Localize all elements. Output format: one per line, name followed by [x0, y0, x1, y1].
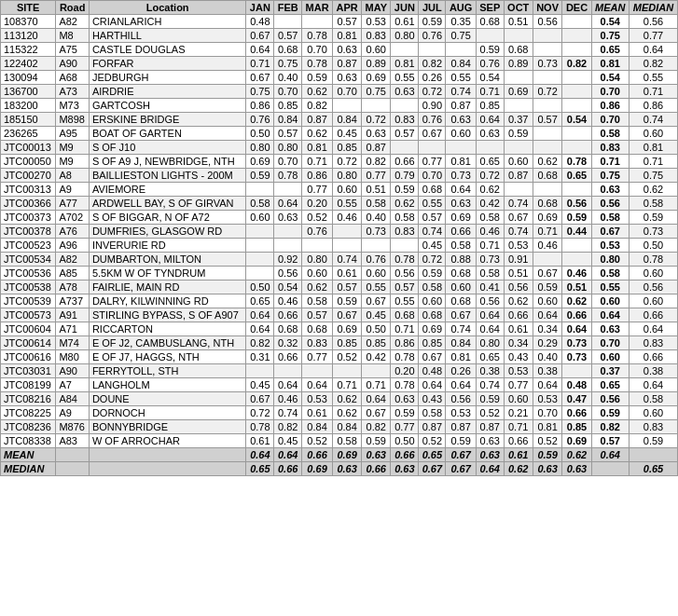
table-cell: 0.82 [302, 99, 333, 113]
table-cell: 0.54 [476, 71, 504, 85]
table-cell: 0.72 [362, 113, 391, 127]
table-cell: JTC08216 [1, 392, 56, 406]
table-cell: 0.62 [562, 294, 591, 308]
table-cell: 0.53 [446, 406, 476, 420]
table-cell: 0.64 [246, 308, 274, 322]
table-cell: 0.64 [533, 308, 562, 322]
table-cell: LANGHOLM [89, 378, 246, 392]
table-cell: 0.53 [533, 392, 562, 406]
table-cell: 0.54 [274, 281, 302, 294]
table-cell: 0.64 [591, 308, 630, 322]
table-cell [89, 462, 246, 476]
table-cell: M898 [56, 113, 90, 127]
table-cell: 0.60 [533, 294, 562, 308]
table-cell: 0.74 [504, 225, 533, 239]
table-cell: 0.45 [362, 308, 391, 322]
table-cell: 0.53 [591, 239, 630, 253]
table-cell: 0.65 [630, 462, 678, 476]
table-cell: 0.38 [476, 364, 504, 378]
table-cell: 0.53 [504, 239, 533, 253]
table-cell: 0.66 [274, 350, 302, 364]
col-header-jul: JUL [419, 1, 446, 15]
table-cell: 0.63 [446, 113, 476, 127]
table-cell: 0.54 [591, 71, 630, 85]
table-cell: DUMFRIES, GLASGOW RD [89, 225, 246, 239]
table-cell [591, 462, 630, 476]
table-cell: 0.69 [333, 322, 362, 336]
table-cell: 0.77 [630, 29, 678, 43]
table-cell: MEAN [1, 448, 56, 462]
table-cell: 0.83 [362, 29, 391, 43]
table-cell: 0.67 [362, 406, 391, 420]
table-cell: 0.66 [630, 308, 678, 322]
table-cell: 0.70 [591, 113, 630, 127]
table-cell: 0.75 [246, 85, 274, 99]
table-cell: 0.62 [333, 392, 362, 406]
table-cell: 0.75 [591, 169, 630, 183]
table-cell: 0.76 [419, 113, 446, 127]
table-cell: 0.87 [446, 420, 476, 434]
table-cell [246, 364, 274, 378]
table-cell [562, 253, 591, 267]
table-cell: 0.82 [630, 57, 678, 71]
table-cell: 0.71 [630, 85, 678, 99]
table-cell: 0.92 [274, 253, 302, 267]
table-cell: JTC00538 [1, 281, 56, 294]
table-cell: 0.58 [630, 392, 678, 406]
table-cell: 0.60 [591, 350, 630, 364]
col-header-mar: MAR [302, 1, 333, 15]
table-cell: 0.59 [630, 211, 678, 225]
table-cell: 0.57 [333, 15, 362, 29]
table-cell: 0.83 [630, 336, 678, 350]
table-cell: A91 [56, 308, 90, 322]
table-cell: 0.67 [246, 392, 274, 406]
table-cell: 0.86 [591, 99, 630, 113]
table-cell: 0.65 [246, 294, 274, 308]
table-cell: JTC00536 [1, 267, 56, 281]
table-cell: 0.67 [333, 308, 362, 322]
table-cell: JTC00373 [1, 211, 56, 225]
table-cell: 0.45 [274, 434, 302, 448]
table-cell: 0.66 [504, 434, 533, 448]
table-cell: 0.80 [302, 253, 333, 267]
table-cell: 0.66 [391, 448, 419, 462]
table-cell: 0.58 [333, 434, 362, 448]
table-cell: 0.74 [504, 197, 533, 211]
table-cell: 0.58 [419, 281, 446, 294]
table-cell: 0.37 [504, 113, 533, 127]
table-cell: 0.60 [362, 267, 391, 281]
table-cell: 0.82 [274, 420, 302, 434]
table-cell: 0.71 [333, 378, 362, 392]
table-cell: 0.80 [391, 29, 419, 43]
table-cell: 113120 [1, 29, 56, 43]
table-cell: JTC00270 [1, 169, 56, 183]
table-cell [562, 15, 591, 29]
table-cell: FORFAR [89, 57, 246, 71]
table-cell: 0.67 [446, 448, 476, 462]
table-cell: 0.55 [446, 71, 476, 85]
table-cell: 0.21 [504, 406, 533, 420]
table-cell: M73 [56, 99, 90, 113]
col-header-sep: SEP [476, 1, 504, 15]
table-cell: 0.74 [476, 378, 504, 392]
table-cell [533, 71, 562, 85]
table-cell: 0.84 [274, 113, 302, 127]
table-cell: 0.78 [302, 57, 333, 71]
table-cell: M876 [56, 420, 90, 434]
table-cell: A75 [56, 43, 90, 57]
table-cell [56, 462, 90, 476]
table-cell: 0.64 [446, 378, 476, 392]
table-cell: 0.87 [504, 169, 533, 183]
table-cell [476, 141, 504, 155]
table-cell: 0.45 [333, 127, 362, 141]
table-cell: 0.48 [562, 378, 591, 392]
table-cell: 0.42 [476, 197, 504, 211]
table-cell: 0.71 [533, 225, 562, 239]
table-cell: 0.64 [630, 378, 678, 392]
table-cell [89, 448, 246, 462]
col-header-mean: MEAN [591, 1, 630, 15]
table-cell: 0.76 [246, 113, 274, 127]
table-cell: 0.65 [591, 378, 630, 392]
table-cell: 0.41 [476, 281, 504, 294]
table-cell: 0.70 [533, 406, 562, 420]
